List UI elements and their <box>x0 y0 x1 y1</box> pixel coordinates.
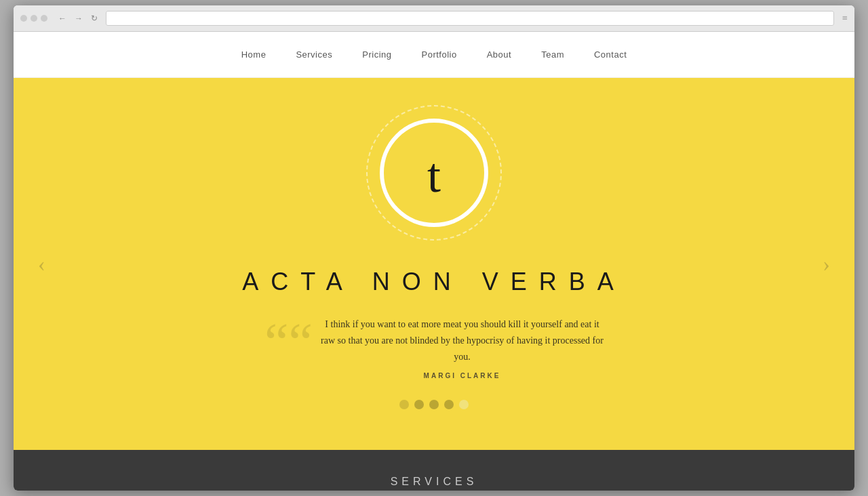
dot-2[interactable] <box>414 400 424 409</box>
reload-button[interactable]: ↻ <box>88 12 100 25</box>
logo-letter: t <box>427 151 441 200</box>
nav-item-contact[interactable]: Contact <box>579 45 642 64</box>
nav-item-team[interactable]: Team <box>526 45 579 64</box>
dot-close <box>20 15 27 22</box>
prev-button[interactable]: ‹ <box>27 245 56 283</box>
dot-1[interactable] <box>399 400 409 409</box>
browser-menu-icon[interactable]: ≡ <box>842 13 848 24</box>
site-navigation: Home Services Pricing Portfolio About Te… <box>14 32 854 78</box>
services-label: SERVICES <box>391 476 478 488</box>
forward-button[interactable]: → <box>72 12 85 25</box>
quote-author: MARGI CLARKE <box>424 372 501 379</box>
dot-maximize <box>41 15 47 22</box>
back-button[interactable]: ← <box>56 12 69 25</box>
logo-container: t <box>366 105 502 241</box>
solid-circle: t <box>380 119 488 227</box>
next-button[interactable]: › <box>812 245 841 283</box>
quote-marks-icon: ““ <box>264 323 313 361</box>
browser-window: ← → ↻ ≡ Home Services Pricing Portfolio … <box>14 5 854 490</box>
nav-item-about[interactable]: About <box>472 45 526 64</box>
hero-section: ‹ › t ACTA NON VERBA ““ I think if you w… <box>14 78 854 449</box>
nav-item-pricing[interactable]: Pricing <box>347 45 406 64</box>
dot-4[interactable] <box>444 400 454 409</box>
dot-5[interactable] <box>459 400 469 409</box>
quote-text: I think if you want to eat more meat you… <box>321 316 604 365</box>
nav-item-portfolio[interactable]: Portfolio <box>407 45 472 64</box>
dot-3[interactable] <box>429 400 439 409</box>
nav-item-home[interactable]: Home <box>226 45 281 64</box>
quote-content: I think if you want to eat more meat you… <box>321 316 604 379</box>
carousel-dots <box>399 400 469 409</box>
browser-chrome: ← → ↻ ≡ <box>14 5 854 32</box>
footer-section: SERVICES <box>14 450 854 491</box>
hero-tagline: ACTA NON VERBA <box>242 268 625 296</box>
dot-minimize <box>31 15 37 22</box>
browser-traffic-lights <box>20 15 47 22</box>
quote-section: ““ I think if you want to eat more meat … <box>264 316 604 379</box>
browser-nav-buttons: ← → ↻ <box>56 12 100 25</box>
nav-item-services[interactable]: Services <box>281 45 347 64</box>
url-bar[interactable] <box>106 11 834 26</box>
